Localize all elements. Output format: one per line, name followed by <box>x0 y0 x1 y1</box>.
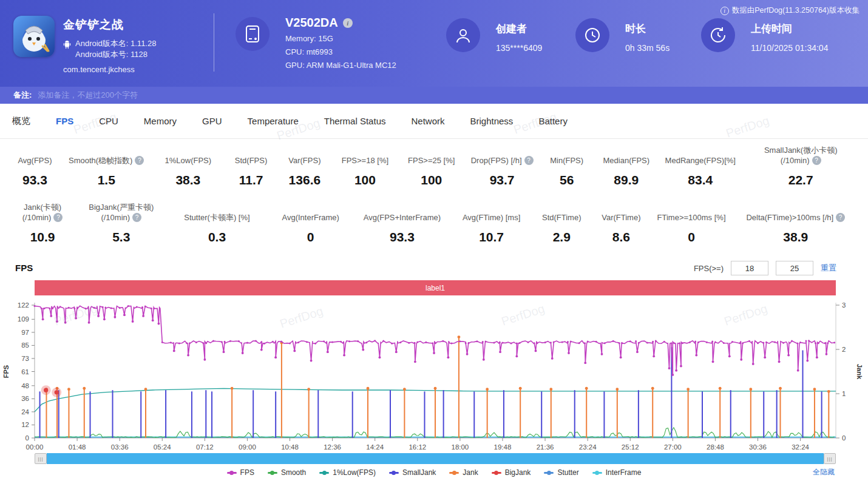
svg-text:03:36: 03:36 <box>111 443 129 451</box>
help-icon[interactable]: ? <box>135 156 144 165</box>
stat-label: Avg(FTime) [ms] <box>463 212 520 223</box>
stat-Var(FPS): Var(FPS)136.6 <box>277 144 332 187</box>
svg-text:122: 122 <box>18 301 29 309</box>
svg-text:12: 12 <box>21 421 29 428</box>
svg-text:Jank: Jank <box>856 364 863 380</box>
legend-item-BigJank[interactable]: BigJank <box>492 468 531 477</box>
stat-value: 100 <box>398 173 464 187</box>
stat-value: 0 <box>268 230 353 244</box>
tab-GPU[interactable]: GPU <box>202 116 222 126</box>
legend-marker <box>268 472 277 474</box>
stat-label: Min(FPS) <box>550 155 583 166</box>
game-app-icon <box>13 16 55 57</box>
help-icon[interactable]: ? <box>812 156 821 165</box>
tab-Network[interactable]: Network <box>411 116 444 126</box>
stat-value: 93.7 <box>464 173 539 187</box>
stat-value: 136.6 <box>277 173 332 187</box>
tab-概览[interactable]: 概览 <box>12 115 30 127</box>
chart-scrollbar[interactable]: ||| ||| <box>35 453 836 464</box>
stat-label: Avg(InterFrame) <box>282 212 339 223</box>
duration-block: 时长 0h 33m 56s <box>575 18 670 53</box>
svg-text:18:00: 18:00 <box>451 443 469 451</box>
help-icon[interactable]: ? <box>524 156 534 165</box>
stat-value: 0.3 <box>166 230 268 244</box>
help-icon[interactable]: ? <box>132 213 141 222</box>
help-icon[interactable]: ? <box>53 213 63 222</box>
svg-text:3: 3 <box>842 301 846 309</box>
stat-1%Low(FPS): 1%Low(FPS)38.3 <box>152 144 225 187</box>
stats-row-2: Jank(卡顿)(/10min)?10.9BigJank(严重卡顿)(/10mi… <box>0 201 868 244</box>
stat-label: (/10min) <box>22 212 52 223</box>
device-icon-circle <box>236 17 270 51</box>
svg-text:32:24: 32:24 <box>792 443 809 451</box>
fps-section-header: FPS FPS(>=) 重置 <box>0 261 868 279</box>
scrollbar-left-grip[interactable]: ||| <box>35 453 47 464</box>
device-info-icon[interactable]: i <box>343 18 353 28</box>
stat-value: 38.9 <box>732 230 860 244</box>
svg-text:12:36: 12:36 <box>324 443 341 451</box>
legend-item-1%Low(FPS)[interactable]: 1%Low(FPS) <box>319 468 376 477</box>
legend-marker <box>389 472 399 474</box>
device-memory: Memory: 15G <box>285 34 396 43</box>
tab-Brightness[interactable]: Brightness <box>470 116 514 126</box>
help-icon[interactable]: ? <box>836 213 845 222</box>
svg-text:16:12: 16:12 <box>409 443 426 451</box>
legend-item-Smooth[interactable]: Smooth <box>268 468 306 477</box>
hide-all-link[interactable]: 全隐藏 <box>813 467 835 477</box>
stat-value: 10.7 <box>451 230 532 244</box>
stat-value: 83.4 <box>659 173 742 187</box>
legend-item-Jank[interactable]: Jank <box>449 468 478 477</box>
tab-Battery[interactable]: Battery <box>538 116 568 126</box>
tab-Memory[interactable]: Memory <box>144 116 177 126</box>
svg-text:30:36: 30:36 <box>749 443 767 451</box>
stat-label: Std(FTime) <box>542 212 581 223</box>
scrollbar-right-grip[interactable]: ||| <box>824 453 836 464</box>
fps-threshold-input-1[interactable] <box>731 261 768 275</box>
legend-item-SmallJank[interactable]: SmallJank <box>389 468 436 477</box>
stat-Smooth(稳帧指数): Smooth(稳帧指数)?1.5 <box>61 144 152 187</box>
stat-MedRange(FPS)[%]: MedRange(FPS)[%]83.4 <box>659 144 742 187</box>
duration-label: 时长 <box>625 22 670 36</box>
legend-item-FPS[interactable]: FPS <box>227 468 254 477</box>
stat-value: 93.3 <box>8 173 61 187</box>
stat-Var(FTime): Var(FTime)8.6 <box>591 201 651 244</box>
stat-label: Smooth(稳帧指数) <box>69 155 132 166</box>
user-icon <box>455 27 472 44</box>
svg-text:27:00: 27:00 <box>664 443 682 451</box>
stat-value: 22.7 <box>742 173 859 187</box>
creator-icon-circle <box>446 18 480 52</box>
svg-text:0: 0 <box>842 434 846 442</box>
legend-marker <box>492 472 501 474</box>
note-bar[interactable]: 备注: 添加备注，不超过200个字符 <box>0 87 868 104</box>
stat-label: FTime>=100ms [%] <box>657 212 726 223</box>
stat-label: Var(FTime) <box>602 212 640 223</box>
tab-Temperature[interactable]: Temperature <box>248 116 299 126</box>
reset-link[interactable]: 重置 <box>821 263 836 274</box>
stat-Min(FPS): Min(FPS)56 <box>540 144 594 187</box>
svg-text:07:12: 07:12 <box>196 443 214 451</box>
report-header: 金铲铲之战 Android版本名: 1.11.28 Android版本号: 11… <box>0 0 868 87</box>
tab-CPU[interactable]: CPU <box>99 116 118 126</box>
stat-label: Avg(FPS) <box>18 155 52 166</box>
stat-Avg(FTime) [ms]: Avg(FTime) [ms]10.7 <box>451 201 532 244</box>
svg-text:23:24: 23:24 <box>579 443 597 451</box>
stat-value: 0 <box>651 230 731 244</box>
app-package: com.tencent.jkchess <box>63 65 156 74</box>
stat-value: 38.3 <box>152 173 225 187</box>
tab-FPS[interactable]: FPS <box>56 116 73 126</box>
stat-Std(FPS): Std(FPS)11.7 <box>225 144 277 187</box>
legend-item-InterFrame[interactable]: InterFrame <box>592 468 642 477</box>
legend-marker <box>592 472 602 474</box>
stat-value: 100 <box>332 173 398 187</box>
tab-Thermal Status[interactable]: Thermal Status <box>324 116 386 126</box>
svg-text:24: 24 <box>21 408 29 416</box>
stat-label: Std(FPS) <box>235 155 267 166</box>
legend-item-Stutter[interactable]: Stutter <box>544 468 578 477</box>
app-info-block: 金铲铲之战 Android版本名: 1.11.28 Android版本号: 11… <box>13 16 156 74</box>
svg-text:28:48: 28:48 <box>707 443 724 451</box>
scrollbar-track[interactable] <box>47 453 824 464</box>
stat-label: (/10min) <box>781 155 810 166</box>
fps-threshold-input-2[interactable] <box>776 261 813 275</box>
history-clock-icon <box>710 27 727 44</box>
collect-info: i 数据由PerfDog(11.3.250764)版本收集 <box>721 5 860 16</box>
